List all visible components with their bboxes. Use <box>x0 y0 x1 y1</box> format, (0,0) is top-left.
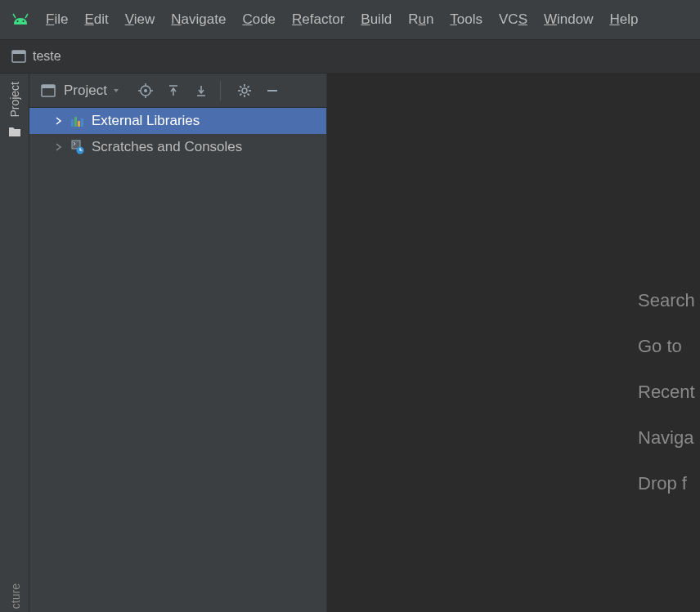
menu-navigate[interactable]: Navigate <box>171 11 226 28</box>
locate-icon[interactable] <box>137 82 155 100</box>
svg-rect-29 <box>74 117 77 127</box>
svg-point-9 <box>144 89 147 92</box>
breadcrumb-project[interactable]: teste <box>33 49 61 64</box>
divider <box>220 81 221 101</box>
breadcrumb-bar: teste <box>0 39 700 74</box>
collapse-all-icon[interactable] <box>192 82 210 100</box>
menu-help[interactable]: Help <box>609 11 638 28</box>
hint-navigate: Naviga <box>638 427 695 449</box>
chevron-right-icon <box>54 142 64 152</box>
android-logo-icon <box>11 13 29 26</box>
svg-rect-5 <box>12 51 25 54</box>
project-view-icon <box>41 84 56 97</box>
tree-item-label: Scratches and Consoles <box>92 139 242 155</box>
tree-item-external-libraries[interactable]: External Libraries <box>29 108 326 134</box>
hint-drop: Drop f <box>638 473 695 494</box>
tool-tab-structure-partial[interactable]: cture <box>9 583 22 609</box>
svg-rect-28 <box>71 119 74 127</box>
scratches-icon <box>70 140 85 154</box>
tree-item-scratches[interactable]: Scratches and Consoles <box>29 134 326 160</box>
editor-empty-state: Search Go to Recent Naviga Drop f <box>327 74 700 612</box>
svg-rect-7 <box>42 85 55 88</box>
menubar: File Edit View Navigate Code Refactor Bu… <box>0 0 700 39</box>
hint-recent: Recent <box>638 382 695 403</box>
chevron-right-icon <box>54 116 64 126</box>
menu-refactor[interactable]: Refactor <box>292 11 344 28</box>
gear-icon[interactable] <box>236 82 254 100</box>
tool-tab-project[interactable]: Project <box>8 82 21 118</box>
editor-hints: Search Go to Recent Naviga Drop f <box>638 290 695 494</box>
menu-tools[interactable]: Tools <box>450 11 482 28</box>
svg-line-1 <box>25 14 28 18</box>
svg-rect-30 <box>78 121 80 127</box>
expand-all-icon[interactable] <box>164 82 182 100</box>
project-icon <box>11 50 26 63</box>
hint-search: Search <box>638 290 695 311</box>
menu-vcs[interactable]: VCS <box>499 11 527 28</box>
menu-window[interactable]: Window <box>544 11 593 28</box>
svg-point-3 <box>23 20 25 22</box>
folder-icon[interactable] <box>8 126 21 140</box>
hide-icon[interactable] <box>263 82 281 100</box>
menu-code[interactable]: Code <box>242 11 276 28</box>
tree-item-label: External Libraries <box>92 113 200 129</box>
hint-goto: Go to <box>638 336 695 357</box>
menu-run[interactable]: Run <box>408 11 433 28</box>
svg-line-26 <box>248 86 249 87</box>
svg-rect-31 <box>81 118 83 127</box>
chevron-down-icon[interactable] <box>114 89 119 92</box>
project-tree: External Libraries Scratches and Console… <box>29 108 326 612</box>
libraries-icon <box>70 114 85 127</box>
svg-point-18 <box>242 88 247 93</box>
project-panel-header: Project <box>29 74 326 108</box>
menu-file[interactable]: File <box>46 11 68 28</box>
svg-line-23 <box>240 86 241 87</box>
menu-build[interactable]: Build <box>361 11 392 28</box>
svg-line-0 <box>13 14 16 18</box>
project-tool-window: Project <box>29 74 327 612</box>
menu-view[interactable]: View <box>125 11 155 28</box>
svg-line-24 <box>248 93 249 95</box>
svg-point-2 <box>17 20 19 22</box>
left-tool-strip: Project cture <box>0 74 29 612</box>
svg-line-25 <box>240 93 241 95</box>
project-panel-title[interactable]: Project <box>64 83 107 99</box>
menu-edit[interactable]: Edit <box>84 11 108 28</box>
